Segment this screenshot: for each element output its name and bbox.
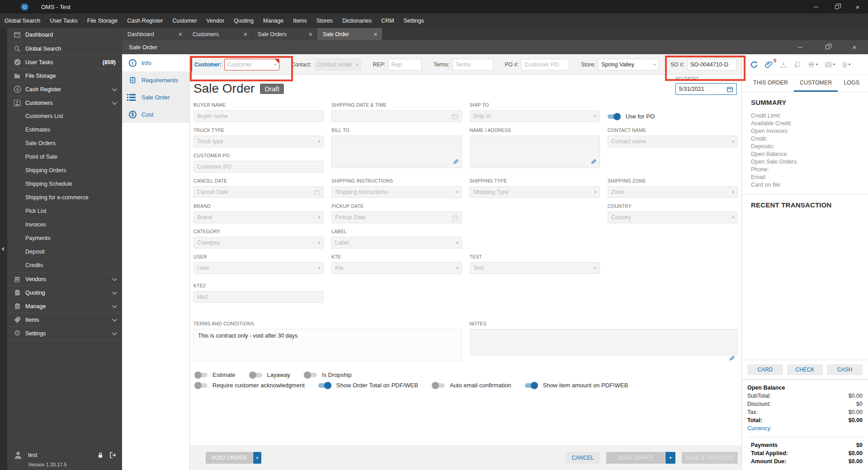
sidebar-item-file-storage[interactable]: File Storage bbox=[7, 69, 122, 82]
require-acknowledgment-toggle[interactable] bbox=[194, 383, 208, 388]
menu-cash-register[interactable]: Cash Register bbox=[127, 18, 163, 24]
lock-icon[interactable] bbox=[97, 452, 104, 459]
check-button[interactable]: CHECK bbox=[787, 364, 823, 375]
cancel-button[interactable]: CANCEL bbox=[566, 452, 600, 464]
so-number-input[interactable]: SO-0044710-D bbox=[687, 59, 737, 70]
email-icon[interactable]: ▾ bbox=[825, 61, 835, 68]
contact-dropdown[interactable]: Contact email ▾ bbox=[314, 59, 361, 70]
doc-close-button[interactable]: × bbox=[841, 40, 868, 54]
auto-email-confirmation-toggle[interactable] bbox=[432, 383, 445, 388]
edit-pencil-icon[interactable]: ✎ bbox=[590, 158, 596, 166]
pickup-date-input[interactable]: Pickup Date bbox=[331, 212, 462, 223]
sidebar-item-shipping-orders[interactable]: Shipping Orders bbox=[7, 164, 122, 177]
void-order-button[interactable]: VOID ORDER bbox=[206, 452, 253, 464]
layaway-toggle[interactable] bbox=[249, 373, 262, 377]
buyer-name-input[interactable]: Buyer name bbox=[193, 110, 324, 122]
window-minimize-button[interactable] bbox=[806, 0, 826, 14]
tab-customers[interactable]: Customers × bbox=[187, 28, 252, 40]
sidebar-item-invoices[interactable]: Invoices bbox=[7, 218, 122, 231]
sidebar-item-sale-orders[interactable]: Sale Orders bbox=[7, 136, 122, 150]
sidebar-item-dashboard[interactable]: Dashboard bbox=[7, 28, 122, 42]
sidebar-item-deposit[interactable]: Deposit bbox=[7, 245, 122, 258]
sidebar-item-point-of-sale[interactable]: Point of Sale bbox=[7, 150, 122, 164]
tab-sale-orders[interactable]: Sale Orders × bbox=[252, 28, 317, 40]
label-dropdown[interactable]: Label▾ bbox=[331, 237, 462, 249]
close-icon[interactable]: × bbox=[308, 31, 313, 38]
terms-conditions-textarea[interactable]: This is contract only - void after 30 da… bbox=[193, 329, 462, 362]
sidebar-item-shipping-schedule[interactable]: Shipping Schedule bbox=[7, 177, 122, 191]
close-icon[interactable]: × bbox=[178, 31, 183, 38]
cash-button[interactable]: CASH bbox=[827, 364, 863, 375]
doc-restore-button[interactable] bbox=[814, 40, 841, 54]
edit-pencil-icon[interactable]: ✎ bbox=[729, 354, 735, 363]
window-close-button[interactable]: × bbox=[847, 0, 868, 14]
tab-this-order[interactable]: THIS ORDER bbox=[747, 75, 794, 92]
menu-user-tasks[interactable]: User Tasks bbox=[50, 18, 78, 24]
rep-input[interactable] bbox=[388, 59, 422, 70]
currency-link[interactable]: Currency: bbox=[747, 424, 863, 432]
country-dropdown[interactable]: Country▾ bbox=[608, 212, 738, 223]
menu-items[interactable]: Items bbox=[293, 18, 307, 24]
ship-to-dropdown[interactable]: Ship to▾ bbox=[470, 110, 600, 122]
bill-to-textarea[interactable]: ✎ bbox=[331, 136, 462, 168]
sidebar-collapse-arrow-icon[interactable] bbox=[1, 247, 4, 251]
menu-customer[interactable]: Customer bbox=[172, 18, 197, 24]
attachment-icon[interactable]: 0 bbox=[765, 61, 773, 69]
sidebar-item-manage[interactable]: Manage bbox=[7, 299, 122, 313]
save-draft-dropdown-button[interactable]: ▾ bbox=[665, 452, 675, 464]
card-button[interactable]: CARD bbox=[747, 364, 783, 375]
menu-manage[interactable]: Manage bbox=[263, 18, 283, 24]
window-restore-button[interactable] bbox=[826, 0, 847, 14]
refresh-icon[interactable] bbox=[750, 61, 758, 69]
sidebar-item-items[interactable]: Items bbox=[7, 313, 122, 326]
shipping-instructions-dropdown[interactable]: Shipping Instructions▾ bbox=[331, 186, 462, 198]
sidebar-item-settings[interactable]: ⚙ Settings bbox=[7, 326, 122, 340]
customer-dropdown[interactable]: Customer ▾ bbox=[224, 59, 279, 70]
shipping-zone-dropdown[interactable]: Zone▾ bbox=[608, 186, 738, 198]
sidebar-item-payments[interactable]: Payments bbox=[7, 231, 122, 245]
sidebar-item-shipping-ecommerce[interactable]: Shipping for e-commerce bbox=[7, 191, 122, 204]
nav-item-cost[interactable]: $ Cost bbox=[122, 106, 189, 123]
tab-sale-order[interactable]: Sale Order × bbox=[317, 28, 382, 40]
menu-vendor[interactable]: Vendor bbox=[207, 18, 225, 24]
kte-dropdown[interactable]: Kte▾ bbox=[331, 262, 462, 274]
brand-dropdown[interactable]: Brand▾ bbox=[193, 212, 324, 223]
category-dropdown[interactable]: Category▾ bbox=[193, 237, 324, 249]
copy-icon[interactable] bbox=[794, 61, 801, 68]
void-order-dropdown-button[interactable]: ▾ bbox=[253, 452, 261, 464]
estimate-toggle[interactable] bbox=[194, 373, 208, 377]
shipping-datetime-input[interactable] bbox=[331, 110, 462, 122]
nav-item-requirements[interactable]: Requirements bbox=[122, 71, 189, 89]
sidebar-item-global-search[interactable]: Global Search bbox=[7, 42, 122, 55]
tab-logs[interactable]: LOGS bbox=[838, 75, 865, 92]
name-address-textarea[interactable]: ✎ bbox=[470, 136, 600, 168]
kte2-input[interactable]: kte2 bbox=[193, 291, 324, 303]
menu-settings[interactable]: Settings bbox=[404, 18, 424, 24]
show-item-amount-toggle[interactable] bbox=[525, 383, 538, 388]
calendar-icon[interactable] bbox=[726, 86, 733, 93]
terms-input[interactable] bbox=[453, 59, 493, 70]
test-dropdown[interactable]: Test▾ bbox=[470, 262, 600, 274]
sidebar-item-customers[interactable]: Customers bbox=[7, 96, 122, 109]
sidebar-item-pick-list[interactable]: Pick List bbox=[7, 204, 122, 218]
nav-item-info[interactable]: i Info bbox=[122, 54, 189, 71]
sidebar-item-quoting[interactable]: ? Quoting bbox=[7, 286, 122, 299]
truck-type-dropdown[interactable]: Truck type▾ bbox=[193, 136, 324, 147]
cancel-date-input[interactable]: Cancel Date bbox=[193, 186, 324, 198]
use-for-po-toggle[interactable] bbox=[608, 114, 621, 119]
menu-stores[interactable]: Stores bbox=[316, 18, 333, 24]
sidebar-collapse-rail[interactable] bbox=[0, 28, 7, 470]
save-process-button[interactable]: SAVE & PROCESS bbox=[682, 452, 738, 464]
tab-dashboard[interactable]: Dashboard × bbox=[122, 28, 187, 40]
menu-global-search[interactable]: Global Search bbox=[5, 18, 40, 24]
so-date-input[interactable]: 5/31/2021 bbox=[675, 83, 737, 95]
menu-quoting[interactable]: Quoting bbox=[234, 18, 254, 24]
sidebar-item-user-tasks[interactable]: User Tasks (859) bbox=[7, 55, 122, 69]
menu-crm[interactable]: CRM bbox=[381, 18, 394, 24]
menu-dictionaries[interactable]: Dictionaries bbox=[342, 18, 372, 24]
is-dropship-toggle[interactable] bbox=[304, 373, 317, 377]
store-dropdown[interactable]: Spring Valley ▾ bbox=[598, 59, 659, 70]
doc-minimize-button[interactable] bbox=[787, 40, 814, 54]
menu-file-storage[interactable]: File Storage bbox=[87, 18, 118, 24]
user-dropdown[interactable]: User▾ bbox=[193, 262, 324, 274]
